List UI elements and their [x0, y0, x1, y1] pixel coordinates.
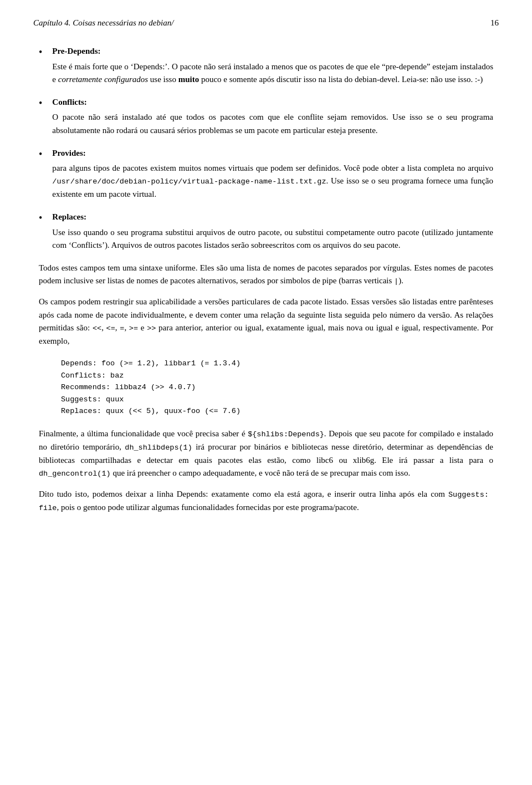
- paragraph-1: Todos estes campos tem uma sintaxe unifo…: [39, 262, 493, 288]
- bullet-dot: •: [39, 96, 42, 110]
- page-header: Capítulo 4. Coisas necessárias no debian…: [33, 17, 499, 29]
- page: Capítulo 4. Coisas necessárias no debian…: [0, 0, 532, 785]
- replaces-label: Replaces:: [52, 211, 493, 223]
- conflicts-label: Conflicts:: [52, 96, 493, 109]
- bullet-dot: •: [39, 45, 42, 59]
- chapter-title: Capítulo 4. Coisas necessárias no debian…: [33, 17, 173, 29]
- conflicts-text: O pacote não será instalado até que todo…: [52, 111, 493, 137]
- paragraph-2: Os campos podem restringir sua aplicabil…: [39, 295, 493, 348]
- code-block: Depends: foo (>= 1.2), libbar1 (= 1.3.4)…: [61, 358, 493, 417]
- provides-label: Provides:: [52, 147, 493, 160]
- code-line-5: Replaces: quux (<< 5), quux-foo (<= 7.6): [61, 405, 493, 417]
- bullet-content-conflicts: Conflicts: O pacote não será instalado a…: [52, 96, 493, 137]
- code-line-4: Suggests: quux: [61, 394, 493, 406]
- list-item: • Conflicts: O pacote não será instalado…: [39, 96, 493, 137]
- list-item: • Pre-Depends: Este é mais forte que o ‘…: [39, 45, 493, 86]
- predepends-label: Pre-Depends:: [52, 45, 493, 58]
- main-content: • Pre-Depends: Este é mais forte que o ‘…: [33, 45, 499, 514]
- list-item: • Replaces: Use isso quando o seu progra…: [39, 211, 493, 252]
- provides-text: para alguns tipos de pacotes existem mui…: [52, 162, 493, 201]
- list-item: • Provides: para alguns tipos de pacotes…: [39, 147, 493, 201]
- code-line-1: Depends: foo (>= 1.2), libbar1 (= 1.3.4): [61, 358, 493, 370]
- replaces-text: Use isso quando o seu programa substitui…: [52, 226, 493, 252]
- page-number: 16: [490, 17, 499, 29]
- bullet-list: • Pre-Depends: Este é mais forte que o ‘…: [39, 45, 493, 252]
- bullet-content-replaces: Replaces: Use isso quando o seu programa…: [52, 211, 493, 252]
- bullet-content-predepends: Pre-Depends: Este é mais forte que o ‘De…: [52, 45, 493, 86]
- predepends-text: Este é mais forte que o ‘Depends:’. O pa…: [52, 60, 493, 86]
- paragraph-3: Finalmente, a última funcionalidade que …: [39, 427, 493, 480]
- paragraph-4: Dito tudo isto, podemos deixar a linha D…: [39, 488, 493, 514]
- bullet-dot: •: [39, 147, 42, 161]
- bullet-content-provides: Provides: para alguns tipos de pacotes e…: [52, 147, 493, 201]
- code-line-3: Recommends: libbaz4 (>> 4.0.7): [61, 381, 493, 394]
- code-line-2: Conflicts: baz: [61, 370, 493, 382]
- bullet-dot: •: [39, 211, 42, 225]
